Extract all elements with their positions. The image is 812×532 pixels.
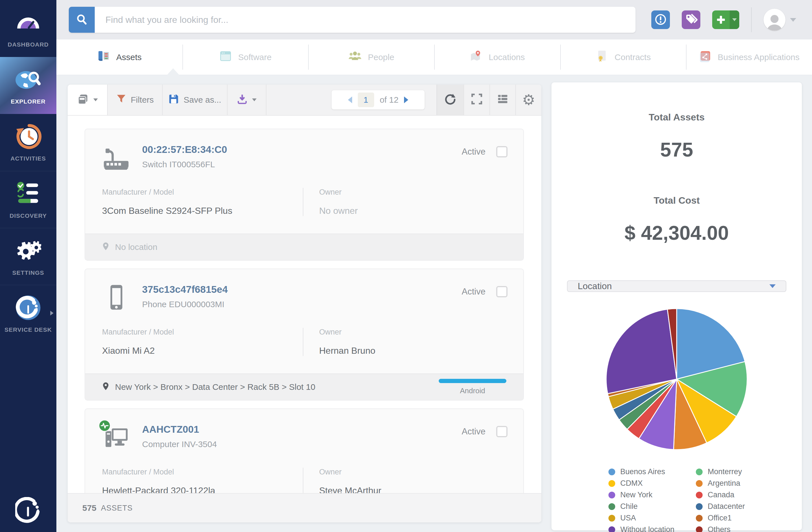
tab-label: Software <box>238 53 272 62</box>
sidebar-item-explorer[interactable]: EXPLORER <box>0 57 56 114</box>
service-desk-icon <box>15 294 42 321</box>
sidebar-item-label: EXPLORER <box>11 98 46 105</box>
add-dropdown-caret-icon[interactable] <box>730 11 739 29</box>
sidebar-item-service-desk[interactable]: SERVICE DESK <box>0 285 56 342</box>
sidebar-item-activities[interactable]: ACTIVITIES <box>0 114 56 171</box>
results-count: 575 <box>82 503 97 513</box>
fullscreen-button[interactable] <box>464 85 490 115</box>
save-as-button[interactable]: Save as... <box>162 85 227 115</box>
asset-select-checkbox[interactable] <box>496 146 508 157</box>
topbar-divider <box>751 7 752 32</box>
owner-label: Owner <box>319 328 523 336</box>
status-label: Active <box>462 147 485 157</box>
user-menu[interactable] <box>764 9 796 31</box>
group-by-select[interactable]: Location <box>567 281 786 292</box>
location-pie-chart <box>603 308 750 451</box>
tab-software[interactable]: Software <box>183 40 308 75</box>
asset-subtitle: Phone EDU000003MI <box>142 300 228 309</box>
current-page-input[interactable]: 1 <box>358 92 374 107</box>
legend-label: Datacenter <box>708 502 745 511</box>
pie-slice-without-location[interactable] <box>606 309 677 393</box>
list-view-button[interactable] <box>490 85 516 115</box>
summary-panel: Total Assets 575 Total Cost $ 42,304.00 … <box>551 82 802 530</box>
topbar-actions <box>651 7 796 32</box>
view-settings-button[interactable]: ⚙ <box>516 85 541 115</box>
manufacturer-model-label: Manufacturer / Model <box>102 468 303 476</box>
legend-label: Canada <box>708 490 735 499</box>
card-view-caret-icon <box>93 98 98 101</box>
next-page-button[interactable] <box>404 97 408 103</box>
refresh-icon <box>444 93 456 107</box>
fullscreen-icon <box>471 94 482 106</box>
legend-item-argentina: Argentina <box>696 479 745 488</box>
asset-card-switch[interactable]: 00:22:57:E8:34:C0 Switch IT000556FL Acti… <box>85 129 524 261</box>
legend-item-chile: Chile <box>608 502 675 511</box>
legend-item-canada: Canada <box>696 490 745 499</box>
asset-select-checkbox[interactable] <box>496 426 508 437</box>
explorer-results-panel: Filters Save as... <box>68 85 541 522</box>
tags-button[interactable] <box>682 11 700 29</box>
filter-funnel-icon <box>116 94 126 106</box>
tab-business-applications[interactable]: Business Applications <box>686 40 812 75</box>
legend-item-buenos-aires: Buenos Aires <box>608 468 675 476</box>
legend-label: New York <box>620 490 652 499</box>
status-label: Active <box>462 287 485 297</box>
tab-contracts[interactable]: Contracts <box>560 40 686 75</box>
dashboard-gauge-icon <box>15 9 42 36</box>
topbar <box>56 0 812 40</box>
legend-color-dot <box>696 526 702 532</box>
tab-locations[interactable]: Locations <box>434 40 560 75</box>
asset-title-link[interactable]: 00:22:57:E8:34:C0 <box>142 144 227 155</box>
asset-title-link[interactable]: 375c13c47f6815e4 <box>142 284 228 295</box>
legend-label: Monterrey <box>708 468 742 476</box>
legend-color-dot <box>608 469 615 475</box>
agent-pulse-badge-icon <box>98 419 111 432</box>
download-icon <box>237 94 248 106</box>
location-pin-icon <box>102 242 110 252</box>
asset-title-link[interactable]: AAHCTZ001 <box>142 424 217 435</box>
search-input[interactable] <box>95 7 636 33</box>
asset-card-phone[interactable]: 375c13c47f6815e4 Phone EDU000003MI Activ… <box>85 269 524 401</box>
tab-label: Contracts <box>615 53 651 62</box>
group-by-selected-value: Location <box>578 281 612 291</box>
sidebar-item-dashboard[interactable]: DASHBOARD <box>0 0 56 57</box>
legend-item-without-location: Without location <box>608 525 675 532</box>
alerts-button[interactable] <box>651 11 670 29</box>
previous-page-button[interactable] <box>348 97 352 103</box>
sidebar-item-discovery[interactable]: DISCOVERY <box>0 171 56 228</box>
legend-item-others: Others <box>696 525 745 532</box>
legend-color-dot <box>696 469 702 475</box>
legend-color-dot <box>608 526 615 532</box>
tab-people[interactable]: People <box>308 40 434 75</box>
select-caret-icon <box>769 284 775 288</box>
asset-subtitle: Switch IT000556FL <box>142 160 227 169</box>
switch-device-icon <box>102 143 130 172</box>
discovery-checklist-icon <box>15 180 42 207</box>
filters-button[interactable]: Filters <box>107 85 162 115</box>
total-cost-label: Total Cost <box>654 195 700 206</box>
contracts-icon <box>595 49 608 64</box>
pagination: 1 of 12 <box>332 90 425 110</box>
location-breadcrumb: New York > Bronx > Data Center > Rack 5B… <box>115 382 315 392</box>
pie-legend: Buenos AiresCDMXNew YorkChileUSAWithout … <box>608 468 745 532</box>
tab-assets[interactable]: Assets <box>56 40 183 75</box>
explorer-globe-search-icon <box>15 66 42 93</box>
phone-device-icon <box>102 283 130 312</box>
search-button[interactable] <box>69 7 95 33</box>
sidebar-item-settings[interactable]: SETTINGS <box>0 228 56 285</box>
os-indicator: Android <box>439 379 506 395</box>
owner-label: Owner <box>319 468 523 476</box>
legend-label: Chile <box>620 502 638 511</box>
service-desk-expand-arrow-icon[interactable] <box>49 310 54 317</box>
card-view-toggle-button[interactable] <box>68 85 107 115</box>
refresh-button[interactable] <box>436 85 464 115</box>
legend-label: USA <box>620 514 636 522</box>
page-total-label: of 12 <box>380 95 399 105</box>
legend-item-office1: Office1 <box>696 514 745 522</box>
legend-label: CDMX <box>620 479 643 488</box>
add-button[interactable] <box>712 11 739 29</box>
asset-select-checkbox[interactable] <box>496 286 508 297</box>
user-avatar <box>764 9 785 31</box>
export-button[interactable] <box>227 85 266 115</box>
owner-value: No owner <box>319 206 523 216</box>
